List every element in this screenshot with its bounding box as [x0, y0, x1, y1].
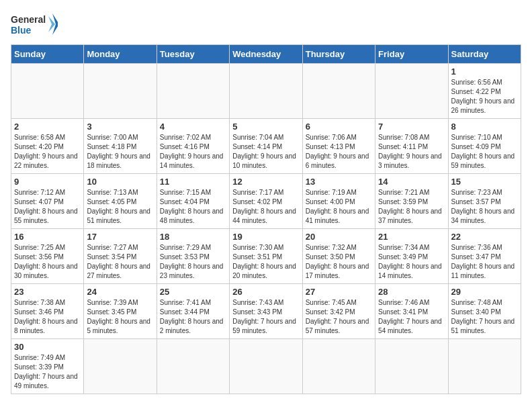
day-number: 18: [160, 232, 226, 242]
day-number: 2: [14, 122, 81, 132]
day-info: Sunrise: 6:56 AM Sunset: 4:22 PM Dayligh…: [451, 78, 518, 116]
calendar-cell: 11Sunrise: 7:15 AM Sunset: 4:04 PM Dayli…: [157, 174, 229, 229]
weekday-header-thursday: Thursday: [302, 45, 375, 64]
calendar-cell: 17Sunrise: 7:27 AM Sunset: 3:54 PM Dayli…: [84, 229, 157, 284]
day-info: Sunrise: 7:06 AM Sunset: 4:13 PM Dayligh…: [306, 133, 372, 171]
day-number: 12: [232, 177, 299, 187]
day-number: 4: [160, 122, 226, 132]
day-number: 10: [87, 177, 153, 187]
calendar-cell: 27Sunrise: 7:45 AM Sunset: 3:42 PM Dayli…: [302, 284, 375, 339]
svg-text:Blue: Blue: [11, 25, 32, 36]
calendar-cell: [375, 339, 448, 394]
day-number: 9: [14, 177, 81, 187]
day-number: 15: [451, 177, 518, 187]
calendar-week-5: 23Sunrise: 7:38 AM Sunset: 3:46 PM Dayli…: [11, 284, 521, 339]
weekday-header-sunday: Sunday: [11, 45, 84, 64]
day-info: Sunrise: 7:10 AM Sunset: 4:09 PM Dayligh…: [451, 133, 518, 171]
calendar-cell: 8Sunrise: 7:10 AM Sunset: 4:09 PM Daylig…: [448, 119, 521, 174]
day-info: Sunrise: 7:45 AM Sunset: 3:42 PM Dayligh…: [306, 298, 372, 336]
calendar-table: SundayMondayTuesdayWednesdayThursdayFrid…: [11, 44, 521, 394]
calendar-cell: 9Sunrise: 7:12 AM Sunset: 4:07 PM Daylig…: [11, 174, 84, 229]
calendar-cell: 16Sunrise: 7:25 AM Sunset: 3:56 PM Dayli…: [11, 229, 84, 284]
weekday-header-friday: Friday: [375, 45, 448, 64]
day-info: Sunrise: 7:36 AM Sunset: 3:47 PM Dayligh…: [451, 243, 518, 281]
day-number: 11: [160, 177, 226, 187]
day-info: Sunrise: 7:46 AM Sunset: 3:41 PM Dayligh…: [378, 298, 445, 336]
calendar-cell: 24Sunrise: 7:39 AM Sunset: 3:45 PM Dayli…: [84, 284, 157, 339]
logo: General Blue: [11, 11, 58, 38]
day-info: Sunrise: 7:32 AM Sunset: 3:50 PM Dayligh…: [306, 243, 372, 281]
calendar-cell: 25Sunrise: 7:41 AM Sunset: 3:44 PM Dayli…: [157, 284, 229, 339]
day-info: Sunrise: 7:08 AM Sunset: 4:11 PM Dayligh…: [378, 133, 445, 171]
day-number: 19: [232, 232, 299, 242]
calendar-cell: 20Sunrise: 7:32 AM Sunset: 3:50 PM Dayli…: [302, 229, 375, 284]
day-number: 21: [378, 232, 445, 242]
calendar-cell: 22Sunrise: 7:36 AM Sunset: 3:47 PM Dayli…: [448, 229, 521, 284]
calendar-week-1: 1Sunrise: 6:56 AM Sunset: 4:22 PM Daylig…: [11, 64, 521, 119]
calendar-cell: 7Sunrise: 7:08 AM Sunset: 4:11 PM Daylig…: [375, 119, 448, 174]
calendar-cell: [157, 339, 229, 394]
calendar-cell: 2Sunrise: 6:58 AM Sunset: 4:20 PM Daylig…: [11, 119, 84, 174]
calendar-cell: [230, 339, 302, 394]
calendar-cell: 21Sunrise: 7:34 AM Sunset: 3:49 PM Dayli…: [375, 229, 448, 284]
day-number: 25: [160, 287, 226, 297]
day-info: Sunrise: 7:41 AM Sunset: 3:44 PM Dayligh…: [160, 298, 226, 336]
calendar-cell: [157, 64, 229, 119]
day-number: 13: [306, 177, 372, 187]
weekday-header-saturday: Saturday: [448, 45, 521, 64]
day-number: 3: [87, 122, 153, 132]
calendar-cell: 23Sunrise: 7:38 AM Sunset: 3:46 PM Dayli…: [11, 284, 84, 339]
day-number: 30: [14, 342, 81, 352]
calendar-cell: [84, 64, 157, 119]
calendar-cell: 18Sunrise: 7:29 AM Sunset: 3:53 PM Dayli…: [157, 229, 229, 284]
logo-svg: General Blue: [11, 11, 58, 38]
weekday-header-tuesday: Tuesday: [157, 45, 229, 64]
calendar-week-2: 2Sunrise: 6:58 AM Sunset: 4:20 PM Daylig…: [11, 119, 521, 174]
day-info: Sunrise: 7:13 AM Sunset: 4:05 PM Dayligh…: [87, 188, 153, 226]
day-number: 1: [451, 66, 518, 77]
calendar-cell: 26Sunrise: 7:43 AM Sunset: 3:43 PM Dayli…: [230, 284, 302, 339]
day-info: Sunrise: 7:27 AM Sunset: 3:54 PM Dayligh…: [87, 243, 153, 281]
calendar-cell: [302, 64, 375, 119]
calendar-cell: 19Sunrise: 7:30 AM Sunset: 3:51 PM Dayli…: [230, 229, 302, 284]
day-info: Sunrise: 7:34 AM Sunset: 3:49 PM Dayligh…: [378, 243, 445, 281]
day-number: 23: [14, 287, 81, 297]
calendar-cell: 12Sunrise: 7:17 AM Sunset: 4:02 PM Dayli…: [230, 174, 302, 229]
day-number: 28: [378, 287, 445, 297]
day-info: Sunrise: 7:38 AM Sunset: 3:46 PM Dayligh…: [14, 298, 81, 336]
day-info: Sunrise: 7:17 AM Sunset: 4:02 PM Dayligh…: [232, 188, 299, 226]
day-number: 22: [451, 232, 518, 242]
day-number: 27: [306, 287, 372, 297]
day-number: 5: [232, 122, 299, 132]
day-info: Sunrise: 7:30 AM Sunset: 3:51 PM Dayligh…: [232, 243, 299, 281]
day-info: Sunrise: 7:29 AM Sunset: 3:53 PM Dayligh…: [160, 243, 226, 281]
calendar-header-row: SundayMondayTuesdayWednesdayThursdayFrid…: [11, 45, 521, 64]
calendar-cell: 6Sunrise: 7:06 AM Sunset: 4:13 PM Daylig…: [302, 119, 375, 174]
day-info: Sunrise: 7:23 AM Sunset: 3:57 PM Dayligh…: [451, 188, 518, 226]
day-info: Sunrise: 7:25 AM Sunset: 3:56 PM Dayligh…: [14, 243, 81, 281]
calendar-cell: 4Sunrise: 7:02 AM Sunset: 4:16 PM Daylig…: [157, 119, 229, 174]
day-number: 7: [378, 122, 445, 132]
calendar-cell: [11, 64, 84, 119]
day-info: Sunrise: 7:39 AM Sunset: 3:45 PM Dayligh…: [87, 298, 153, 336]
page-header: General Blue: [11, 11, 521, 38]
calendar-cell: 30Sunrise: 7:49 AM Sunset: 3:39 PM Dayli…: [11, 339, 84, 394]
day-number: 6: [306, 122, 372, 132]
calendar-cell: 1Sunrise: 6:56 AM Sunset: 4:22 PM Daylig…: [448, 64, 521, 119]
weekday-header-wednesday: Wednesday: [230, 45, 302, 64]
day-info: Sunrise: 7:48 AM Sunset: 3:40 PM Dayligh…: [451, 298, 518, 336]
calendar-cell: [448, 339, 521, 394]
day-number: 14: [378, 177, 445, 187]
day-info: Sunrise: 6:58 AM Sunset: 4:20 PM Dayligh…: [14, 133, 81, 171]
calendar-cell: 13Sunrise: 7:19 AM Sunset: 4:00 PM Dayli…: [302, 174, 375, 229]
day-number: 16: [14, 232, 81, 242]
calendar-cell: 14Sunrise: 7:21 AM Sunset: 3:59 PM Dayli…: [375, 174, 448, 229]
svg-text:General: General: [11, 14, 46, 25]
calendar-cell: [375, 64, 448, 119]
calendar-cell: 3Sunrise: 7:00 AM Sunset: 4:18 PM Daylig…: [84, 119, 157, 174]
day-number: 29: [451, 287, 518, 297]
calendar-week-3: 9Sunrise: 7:12 AM Sunset: 4:07 PM Daylig…: [11, 174, 521, 229]
day-info: Sunrise: 7:12 AM Sunset: 4:07 PM Dayligh…: [14, 188, 81, 226]
day-info: Sunrise: 7:15 AM Sunset: 4:04 PM Dayligh…: [160, 188, 226, 226]
calendar-cell: [84, 339, 157, 394]
